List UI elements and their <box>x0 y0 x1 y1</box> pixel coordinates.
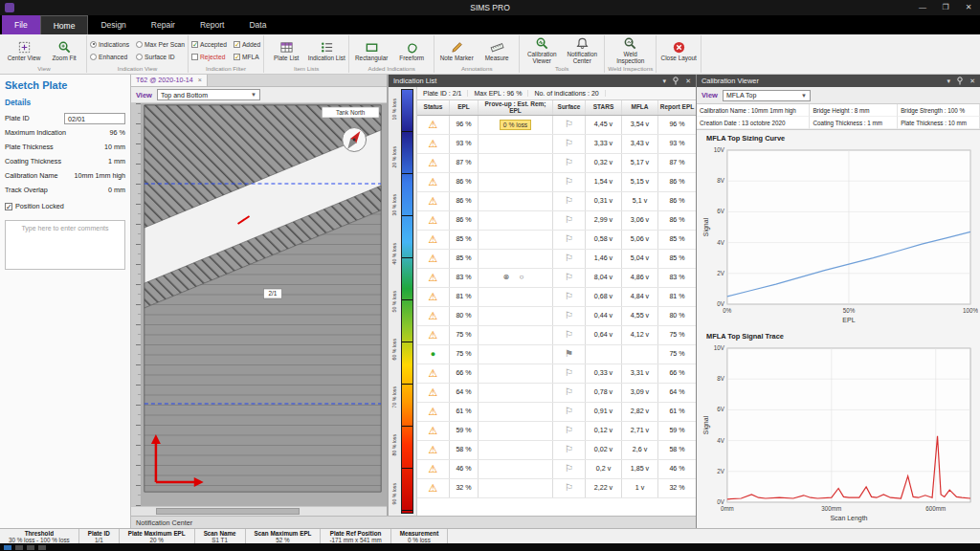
indication-row[interactable]: ⚠85 %⚐1,46 v5,04 v85 % <box>417 250 696 269</box>
indication-row[interactable]: ⚠59 %⚐0,12 v2,71 v59 % <box>417 422 696 441</box>
calibration-view-label: View <box>702 91 718 99</box>
minimize-button[interactable]: — <box>911 0 934 15</box>
column-header-prove-up-est-rem-epl[interactable]: Prove-up : Est. Rem; EPL <box>479 100 553 115</box>
ribbon-button-note-marker[interactable]: Note Marker <box>437 39 476 62</box>
column-header-surface[interactable]: Surface <box>553 100 586 115</box>
radio-max-per-scan[interactable]: Max Per Scan <box>136 41 185 48</box>
indication-row[interactable]: ⚠81 %⚐0,68 v4,84 v81 % <box>417 288 696 307</box>
menu-tab-data[interactable]: Data <box>236 15 278 34</box>
menu-tab-home[interactable]: Home <box>40 15 89 34</box>
ribbon-button-indication-list[interactable]: Indication List <box>307 39 345 62</box>
column-header-epl[interactable]: EPL <box>450 100 479 115</box>
surface-flag-icon[interactable]: ⚐ <box>565 253 573 264</box>
indication-row[interactable]: ⚠93 %⚐3,33 v3,43 v93 % <box>417 135 696 154</box>
surface-flag-icon[interactable]: ⚑ <box>565 349 573 360</box>
panel-collapse-icon[interactable]: ▾ <box>663 77 667 85</box>
menu-tab-report[interactable]: Report <box>188 15 237 34</box>
indication-row[interactable]: ⚠58 %⚐0,02 v2,6 v58 % <box>417 441 696 460</box>
ribbon-button-zoom-fit[interactable]: Zoom Fit <box>45 39 83 62</box>
indication-row[interactable]: ⚠64 %⚐0,78 v3,09 v64 % <box>417 384 696 403</box>
indication-row[interactable]: ⚠83 %⊗ ○⚐8,04 v4,86 v83 % <box>417 269 696 288</box>
horizontal-scrollbar[interactable] <box>131 506 387 516</box>
checkbox-accepted[interactable]: ✓Accepted <box>191 41 227 48</box>
column-header-stars[interactable]: STARS <box>586 100 622 115</box>
indication-row[interactable]: ●75 %⚑75 % <box>417 345 696 364</box>
indication-row[interactable]: ⚠85 %⚐0,58 v5,06 v85 % <box>417 231 696 250</box>
indication-row[interactable]: ⚠66 %⚐0,33 v3,31 v66 % <box>417 364 696 384</box>
radio-indications[interactable]: Indications <box>90 41 129 48</box>
menu-tab-file[interactable]: File <box>2 15 40 34</box>
surface-flag-icon[interactable]: ⚐ <box>565 292 573 302</box>
checkbox-rejected[interactable]: Rejected <box>191 54 227 60</box>
surface-flag-icon[interactable]: ⚐ <box>565 234 573 245</box>
surface-flag-icon[interactable]: ⚐ <box>565 483 573 494</box>
indication-row[interactable]: ⚠80 %⚐0,44 v4,55 v80 % <box>417 307 696 326</box>
ribbon-button-measure[interactable]: Measure <box>478 39 516 62</box>
maximize-button[interactable]: ❐ <box>934 0 957 15</box>
surface-flag-icon[interactable]: ⚐ <box>565 311 573 321</box>
notification-center-bar[interactable]: Notification Center <box>131 516 696 528</box>
surface-flag-icon[interactable]: ⚐ <box>565 368 573 379</box>
menu-tab-repair[interactable]: Repair <box>139 15 188 34</box>
radio-surface-id[interactable]: Surface ID <box>136 54 185 60</box>
ribbon-button-freeform[interactable]: Freeform <box>392 39 431 62</box>
document-tab[interactable]: T62 @ 2020-10-14 × <box>131 75 208 86</box>
indication-row[interactable]: ⚠46 %⚐0,2 v1,85 v46 % <box>417 460 696 479</box>
panel-close-icon[interactable]: ✕ <box>685 77 691 85</box>
indication-row[interactable]: ⚠87 %⚐0,32 v5,17 v87 % <box>417 154 696 173</box>
ribbon-button-rectangular[interactable]: Rectangular <box>352 39 390 62</box>
position-locked-row[interactable]: ✓ Position Locked <box>5 202 125 210</box>
indication-row[interactable]: ⚠86 %⚐0,31 v5,1 v86 % <box>417 192 696 211</box>
scale-tick-label: 90 % loss <box>392 483 397 505</box>
comments-input[interactable]: Type here to enter comments <box>5 220 125 270</box>
pin-icon[interactable] <box>956 77 964 85</box>
menu-tab-design[interactable]: Design <box>88 15 138 34</box>
taskbar-icon[interactable] <box>4 545 11 550</box>
column-header-report-epl[interactable]: Report EPL <box>658 100 696 115</box>
indication-row[interactable]: ⚠86 %⚐2,99 v3,06 v86 % <box>417 211 696 231</box>
surface-flag-icon[interactable]: ⚐ <box>565 177 573 187</box>
surface-flag-icon[interactable]: ⚐ <box>565 120 573 130</box>
indication-row[interactable]: ⚠32 %⚐2,22 v1 v32 % <box>417 479 696 498</box>
ribbon-button-plate-list[interactable]: Plate List <box>267 39 305 62</box>
surface-flag-icon[interactable]: ⚐ <box>565 196 573 207</box>
pin-icon[interactable] <box>672 77 679 85</box>
panel-collapse-icon[interactable]: ▾ <box>947 77 951 85</box>
plate-id-input[interactable]: 02/01 <box>64 113 125 124</box>
surface-flag-icon[interactable]: ⚐ <box>565 387 573 398</box>
surface-flag-icon[interactable]: ⚐ <box>565 158 573 168</box>
ribbon-button-calibration-viewer[interactable]: Calibration Viewer <box>523 35 561 64</box>
panel-close-icon[interactable]: ✕ <box>969 77 975 85</box>
indication-row[interactable]: ⚠96 %0 % loss⚐4,45 v3,54 v96 % <box>417 116 696 135</box>
taskbar-icon[interactable] <box>38 545 46 550</box>
indication-row[interactable]: ⚠75 %⚐0,64 v4,12 v75 % <box>417 326 696 345</box>
surface-flag-icon[interactable]: ⚐ <box>565 139 573 149</box>
ribbon-button-close-layout[interactable]: Close Layout <box>659 39 698 62</box>
indication-row[interactable]: ⚠86 %⚐1,54 v5,15 v86 % <box>417 173 696 192</box>
taskbar-icon[interactable] <box>27 545 34 550</box>
column-header-status[interactable]: Status <box>417 100 450 115</box>
surface-flag-icon[interactable]: ⚐ <box>565 407 573 417</box>
ribbon-button-weld-inspection[interactable]: Weld Inspection <box>612 35 650 64</box>
surface-flag-icon[interactable]: ⚐ <box>565 215 573 226</box>
close-button[interactable]: ✕ <box>957 0 980 15</box>
ribbon-button-center-view[interactable]: Center View <box>5 39 43 62</box>
position-locked-checkbox[interactable]: ✓ <box>5 203 12 210</box>
surface-flag-icon[interactable]: ⚐ <box>565 426 573 436</box>
calibration-view-select[interactable]: MFLA Top ▼ <box>723 90 811 101</box>
plate-sketch-canvas[interactable]: 2/1 Tank North <box>131 103 387 506</box>
surface-flag-icon[interactable]: ⚐ <box>565 464 573 474</box>
surface-flag-icon[interactable]: ⚐ <box>565 445 573 455</box>
radio-enhanced[interactable]: Enhanced <box>90 54 129 60</box>
taskbar-icon[interactable] <box>15 545 23 550</box>
checkbox-added[interactable]: ✓Added <box>234 41 260 48</box>
ribbon-button-notification-center[interactable]: Notification Center <box>563 35 601 64</box>
scrollbar-thumb[interactable] <box>156 508 300 515</box>
view-mode-select[interactable]: Top and Bottom ▼ <box>157 89 260 100</box>
surface-flag-icon[interactable]: ⚐ <box>565 330 573 341</box>
indication-row[interactable]: ⚠61 %⚐0,91 v2,82 v61 % <box>417 403 696 422</box>
column-header-mfla[interactable]: MFLA <box>622 100 658 115</box>
checkbox-mfla[interactable]: ✓MFLA <box>234 54 260 60</box>
surface-flag-icon[interactable]: ⚐ <box>565 273 573 283</box>
tab-close-icon[interactable]: × <box>198 77 202 84</box>
